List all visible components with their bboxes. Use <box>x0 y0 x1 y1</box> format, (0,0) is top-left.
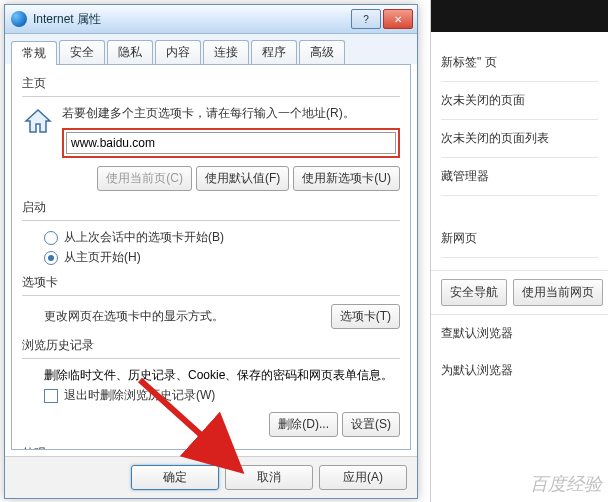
use-current-page-button[interactable]: 使用当前网页 <box>513 279 603 306</box>
use-default-button[interactable]: 使用默认值(F) <box>196 166 289 191</box>
use-current-button[interactable]: 使用当前页(C) <box>97 166 192 191</box>
startup-homepage-radio[interactable]: 从主页开始(H) <box>44 249 400 266</box>
use-newtab-button[interactable]: 使用新选项卡(U) <box>293 166 400 191</box>
right-item[interactable]: 新标签" 页 <box>441 44 598 82</box>
radio-label: 从上次会话中的选项卡开始(B) <box>64 229 224 246</box>
tabs-settings-button[interactable]: 选项卡(T) <box>331 304 400 329</box>
tab-privacy[interactable]: 隐私 <box>107 40 153 64</box>
tab-content[interactable]: 内容 <box>155 40 201 64</box>
radio-icon <box>44 251 58 265</box>
ok-button[interactable]: 确定 <box>131 465 219 490</box>
startup-group-label: 启动 <box>22 199 400 216</box>
dialog-button-row: 确定 取消 应用(A) <box>5 456 417 498</box>
background-settings-panel: 新标签" 页 次未关闭的页面 次未关闭的页面列表 藏管理器 新网页 安全导航 使… <box>430 0 608 502</box>
cancel-button[interactable]: 取消 <box>225 465 313 490</box>
safe-nav-button[interactable]: 安全导航 <box>441 279 507 306</box>
tab-connections[interactable]: 连接 <box>203 40 249 64</box>
right-item[interactable]: 新网页 <box>441 220 598 258</box>
tabs-description: 更改网页在选项卡中的显示方式。 <box>44 308 323 325</box>
checkbox-label: 退出时删除浏览历史记录(W) <box>64 387 215 404</box>
delete-on-exit-checkbox[interactable]: 退出时删除浏览历史记录(W) <box>44 387 400 404</box>
homepage-group-label: 主页 <box>22 75 400 92</box>
radio-label: 从主页开始(H) <box>64 249 141 266</box>
dialog-title: Internet 属性 <box>33 11 351 28</box>
radio-icon <box>44 231 58 245</box>
checkbox-icon <box>44 389 58 403</box>
tab-strip: 常规 安全 隐私 内容 连接 程序 高级 <box>5 34 417 64</box>
help-button[interactable]: ? <box>351 9 381 29</box>
delete-history-button[interactable]: 删除(D)... <box>269 412 338 437</box>
homepage-description: 若要创建多个主页选项卡，请在每行输入一个地址(R)。 <box>62 105 400 122</box>
tab-programs[interactable]: 程序 <box>251 40 297 64</box>
right-item[interactable]: 次未关闭的页面 <box>441 82 598 120</box>
right-item: 查默认浏览器 <box>431 315 608 352</box>
background-titlebar <box>431 0 608 32</box>
tab-general[interactable]: 常规 <box>11 41 57 65</box>
right-item[interactable]: 藏管理器 <box>441 158 598 196</box>
appearance-group-label: 外观 <box>22 445 400 450</box>
history-settings-button[interactable]: 设置(S) <box>342 412 400 437</box>
tab-advanced[interactable]: 高级 <box>299 40 345 64</box>
right-item: 为默认浏览器 <box>431 352 608 389</box>
internet-icon <box>11 11 27 27</box>
startup-lastsession-radio[interactable]: 从上次会话中的选项卡开始(B) <box>44 229 400 246</box>
history-group-label: 浏览历史记录 <box>22 337 400 354</box>
tab-body: 主页 若要创建多个主页选项卡，请在每行输入一个地址(R)。 使用当前页(C) <box>11 64 411 450</box>
homepage-url-input[interactable] <box>66 132 396 154</box>
history-description: 删除临时文件、历史记录、Cookie、保存的密码和网页表单信息。 <box>44 367 400 384</box>
right-item[interactable]: 次未关闭的页面列表 <box>441 120 598 158</box>
tabs-group-label: 选项卡 <box>22 274 400 291</box>
apply-button[interactable]: 应用(A) <box>319 465 407 490</box>
homepage-url-highlight <box>62 128 400 158</box>
close-button[interactable]: ✕ <box>383 9 413 29</box>
titlebar[interactable]: Internet 属性 ? ✕ <box>5 5 417 34</box>
internet-properties-dialog: Internet 属性 ? ✕ 常规 安全 隐私 内容 连接 程序 高级 主页 <box>4 4 418 499</box>
tab-security[interactable]: 安全 <box>59 40 105 64</box>
home-icon <box>22 105 54 137</box>
